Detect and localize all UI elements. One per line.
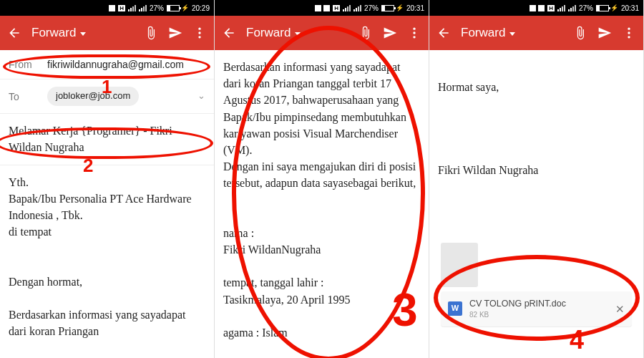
subject-field[interactable]: Melamar Kerja {Programer} - Fikri Wildan… [0,114,214,165]
svg-point-3 [413,28,415,30]
body-field[interactable]: Hormat saya, Fikri Wildan Nugraha [429,50,643,187]
to-chip[interactable]: jobloker@job.com [47,87,139,106]
appbar-title[interactable]: Forward [461,26,563,40]
svg-point-7 [628,32,630,34]
appbar-title[interactable]: Forward [31,26,134,40]
send-icon[interactable] [383,26,397,40]
clock: 20:31 [406,4,424,12]
appbar: Forward [429,16,643,50]
attachment-chip[interactable]: W CV TOLONG pRINT.doc 82 KB ✕ [441,291,632,326]
compose-content: Hormat saya, Fikri Wildan Nugraha W CV T… [429,50,643,358]
appbar-title[interactable]: Forward [246,26,348,40]
send-icon[interactable] [168,26,182,40]
svg-point-0 [198,28,200,30]
svg-point-4 [413,32,415,34]
svg-point-2 [198,36,200,38]
attach-icon[interactable] [144,26,158,40]
from-label: From [9,57,40,72]
chevron-down-icon [80,32,86,36]
svg-point-8 [628,36,630,38]
back-arrow-icon[interactable] [7,26,21,40]
remove-attachment-icon[interactable]: ✕ [615,301,625,317]
overflow-icon[interactable] [192,26,207,40]
overflow-icon[interactable] [622,26,636,40]
back-arrow-icon[interactable] [222,26,236,40]
doc-icon: W [448,301,462,316]
clock: 20:31 [621,4,639,12]
chevron-down-icon [295,32,301,36]
statusbar: H 27% ⚡ 20:31 [215,0,429,16]
battery-text: 27% [150,4,164,12]
panel-1: H 27% ⚡ 20:29 Forward From fikriwildannu… [0,0,215,358]
svg-point-5 [413,36,415,38]
expand-recipients-icon[interactable]: ⌄ [197,90,205,103]
to-row[interactable]: To jobloker@job.com ⌄ [0,79,214,114]
attachment-preview[interactable] [441,243,478,287]
compose-content: From fikriwildannugraha@gmail.com To job… [0,50,214,358]
svg-point-1 [198,32,200,34]
attachment-name: CV TOLONG pRINT.doc [469,297,608,310]
compose-content: Berdasarkan informasi yang sayadapat dar… [215,50,429,358]
chevron-down-icon [509,32,515,36]
panel-3: H 27% ⚡ 20:31 Forward Hormat saya, Fikri… [429,0,644,358]
attach-icon[interactable] [358,26,373,40]
svg-point-6 [628,28,630,30]
body-field[interactable]: Yth. Bapak/Ibu Personalia PT Ace Hardwar… [0,165,214,349]
attach-icon[interactable] [573,26,587,40]
appbar: Forward [215,16,429,50]
attachment-size: 82 KB [469,310,608,321]
to-label: To [9,90,40,104]
from-value: fikriwildannugraha@gmail.com [47,57,205,72]
send-icon[interactable] [597,26,612,40]
appbar: Forward [0,16,214,50]
statusbar: H 27% ⚡ 20:29 [0,0,214,16]
clock: 20:29 [192,4,210,12]
statusbar: H 27% ⚡ 20:31 [429,0,643,16]
from-row[interactable]: From fikriwildannugraha@gmail.com [0,50,214,79]
overflow-icon[interactable] [407,26,421,40]
body-field[interactable]: Berdasarkan informasi yang sayadapat dar… [215,50,429,349]
back-arrow-icon[interactable] [436,26,451,40]
panel-2: H 27% ⚡ 20:31 Forward Berdasarkan inform… [215,0,429,358]
